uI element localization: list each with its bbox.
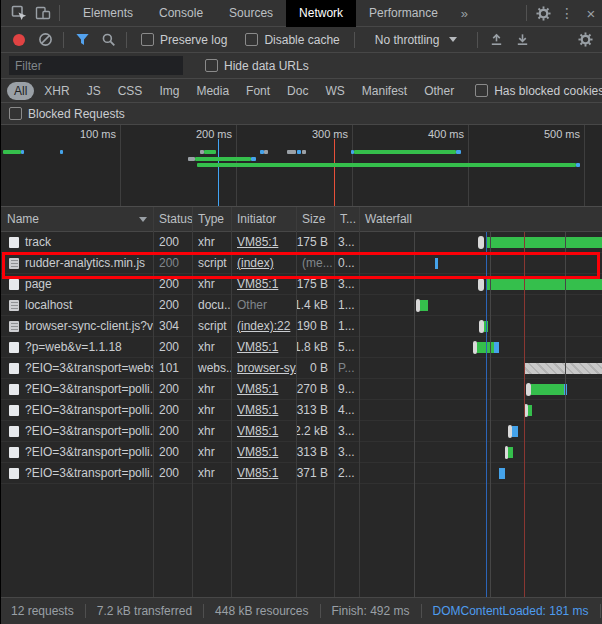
type-cell: script — [192, 316, 231, 336]
export-har-button[interactable] — [510, 29, 534, 51]
search-button[interactable] — [96, 29, 120, 51]
tab-console[interactable]: Console — [146, 0, 216, 27]
request-row[interactable]: track200xhrVM85:1175 B3... — [1, 232, 602, 253]
throttling-value: No throttling — [375, 33, 440, 47]
network-settings-button[interactable] — [573, 29, 597, 51]
type-pill-all[interactable]: All — [7, 82, 34, 100]
request-row[interactable]: ?EIO=3&transport=polli...200xhrVM85:1270… — [1, 379, 602, 400]
overview-lane — [1, 150, 602, 154]
request-name: ?EIO=3&transport=polli... — [25, 445, 153, 459]
type-cell: script — [192, 253, 231, 273]
inspect-element-button[interactable] — [7, 2, 31, 24]
request-row[interactable]: browser-sync-client.js?v=...304script(in… — [1, 316, 602, 337]
type-pill-manifest[interactable]: Manifest — [355, 82, 414, 100]
request-row[interactable]: ?EIO=3&transport=polli...200xhrVM85:1313… — [1, 442, 602, 463]
three-dots-icon: ⋮ — [560, 5, 574, 21]
sort-descending-icon — [139, 217, 147, 222]
waterfall-bar-green — [528, 405, 532, 416]
size-cell: 0 B — [296, 358, 334, 378]
type-pill-css[interactable]: CSS — [111, 82, 150, 100]
initiator-link[interactable]: browser-sy... — [237, 361, 296, 375]
column-header-initiator[interactable]: Initiator — [231, 207, 296, 231]
initiator-link[interactable]: VM85:1 — [237, 277, 278, 291]
clear-network-log-button[interactable] — [33, 29, 57, 51]
type-pill-other[interactable]: Other — [417, 82, 461, 100]
initiator-link[interactable]: VM85:1 — [237, 382, 278, 396]
type-pill-ws[interactable]: WS — [318, 82, 351, 100]
disable-cache-checkbox[interactable] — [245, 33, 258, 46]
initiator-link[interactable]: VM85:1 — [237, 235, 278, 249]
type-pill-js[interactable]: JS — [80, 82, 108, 100]
hide-data-urls-checkbox[interactable] — [205, 59, 218, 72]
request-row[interactable]: ?EIO=3&transport=polli...200xhrVM85:1371… — [1, 463, 602, 484]
overview-bar-segment — [264, 150, 268, 154]
initiator-cell: (index) — [231, 253, 296, 273]
request-row[interactable]: ?EIO=3&transport=polli...200xhrVM85:12.2… — [1, 421, 602, 442]
request-row[interactable]: ?EIO=3&transport=polli...200xhrVM85:1313… — [1, 400, 602, 421]
has-blocked-cookies-checkbox[interactable] — [475, 84, 488, 97]
column-header-type[interactable]: Type — [192, 207, 231, 231]
panel-tabs: ElementsConsoleSourcesNetworkPerformance — [70, 0, 451, 27]
time-cell: 5... — [334, 337, 359, 357]
initiator-link[interactable]: VM85:1 — [237, 466, 278, 480]
request-row[interactable]: rudder-analytics.min.js200script(index)(… — [1, 253, 602, 274]
settings-button[interactable] — [531, 2, 555, 24]
request-name-cell: ?p=web&v=1.1.18 — [1, 337, 153, 357]
throttling-select[interactable]: No throttling — [367, 31, 466, 49]
initiator-link[interactable]: VM85:1 — [237, 424, 278, 438]
disable-cache-label: Disable cache — [264, 33, 339, 47]
close-devtools-button[interactable]: × — [579, 2, 602, 24]
network-overview-timeline[interactable]: 100 ms200 ms300 ms400 ms500 ms — [1, 125, 602, 207]
waterfall-bar-green — [486, 237, 602, 248]
import-har-button[interactable] — [484, 29, 508, 51]
column-header-label: Size — [302, 212, 325, 226]
request-row[interactable]: localhost200docu...Other1.4 kB1... — [1, 295, 602, 316]
overview-tick-label: 300 ms — [278, 128, 348, 140]
request-row[interactable]: ?EIO=3&transport=webs...101webs...browse… — [1, 358, 602, 379]
file-icon — [9, 363, 19, 374]
initiator-link[interactable]: VM85:1 — [237, 445, 278, 459]
column-header-status[interactable]: Status — [153, 207, 192, 231]
toolbar-separator — [477, 32, 478, 48]
initiator-link[interactable]: (index) — [237, 256, 274, 270]
column-header-name[interactable]: Name — [1, 207, 153, 231]
device-toolbar-button[interactable] — [31, 2, 55, 24]
tab-sources[interactable]: Sources — [216, 0, 286, 27]
status-cell: 101 — [153, 358, 192, 378]
type-cell: docu... — [192, 295, 231, 315]
filter-toggle-button[interactable] — [70, 29, 94, 51]
overview-bar-segment — [197, 163, 576, 167]
status-cell: 304 — [153, 316, 192, 336]
type-pill-img[interactable]: Img — [152, 82, 186, 100]
type-pill-media[interactable]: Media — [189, 82, 236, 100]
filter-input[interactable] — [9, 56, 183, 75]
menu-button[interactable]: ⋮ — [555, 2, 579, 24]
initiator-link[interactable]: VM85:1 — [237, 340, 278, 354]
blocked-requests-checkbox[interactable] — [9, 107, 22, 120]
initiator-link[interactable]: (index):22 — [237, 319, 290, 333]
type-pill-doc[interactable]: Doc — [280, 82, 315, 100]
initiator-text: Other — [237, 298, 267, 312]
tab-elements[interactable]: Elements — [70, 0, 146, 27]
requests-table-body: track200xhrVM85:1175 B3...rudder-analyti… — [1, 232, 602, 484]
column-header-t[interactable]: T... — [334, 207, 359, 231]
time-cell: 3... — [334, 421, 359, 441]
column-header-waterfall[interactable]: Waterfall — [359, 207, 602, 231]
preserve-log-checkbox[interactable] — [141, 33, 154, 46]
tab-network[interactable]: Network — [286, 0, 356, 27]
request-row[interactable]: ?p=web&v=1.1.18200xhrVM85:11.8 kB5... — [1, 337, 602, 358]
request-row[interactable]: page200xhrVM85:1175 B3... — [1, 274, 602, 295]
record-network-log-button[interactable] — [13, 34, 25, 46]
download-arrow-icon — [515, 32, 530, 47]
status-cell: 200 — [153, 421, 192, 441]
column-header-size[interactable]: Size — [296, 207, 334, 231]
tab-performance[interactable]: Performance — [356, 0, 451, 27]
waterfall-bar-waiting — [478, 236, 484, 249]
more-tabs-button[interactable]: » — [451, 6, 478, 21]
size-cell: (me... — [296, 253, 334, 273]
type-pill-font[interactable]: Font — [239, 82, 277, 100]
network-toolbar: Preserve log Disable cache No throttling — [1, 27, 602, 53]
request-name-cell: ?EIO=3&transport=polli... — [1, 463, 153, 483]
initiator-link[interactable]: VM85:1 — [237, 403, 278, 417]
type-pill-xhr[interactable]: XHR — [37, 82, 76, 100]
